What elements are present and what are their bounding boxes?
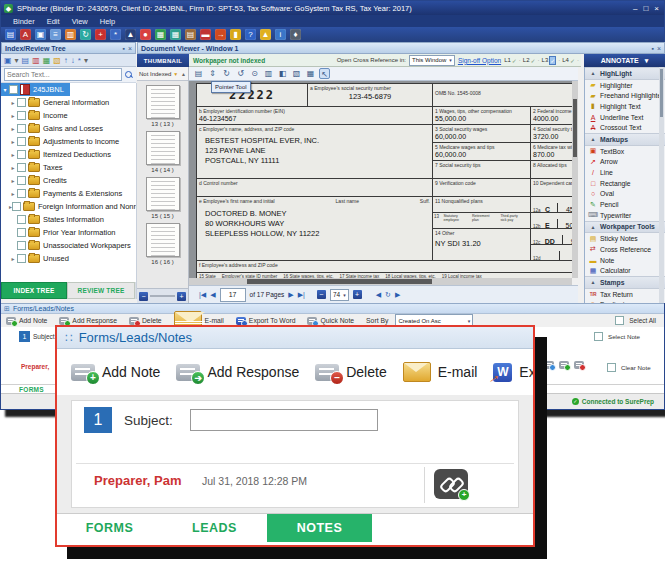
pin-icon[interactable]: ▪ bbox=[651, 45, 653, 52]
expander-icon[interactable]: ▾ bbox=[1, 86, 9, 93]
doc-toolbar-icon[interactable]: ◧ bbox=[277, 68, 288, 79]
annotate-scrollbar[interactable] bbox=[659, 67, 664, 303]
page-number-input[interactable] bbox=[220, 288, 246, 302]
zoom-in-button[interactable]: + bbox=[353, 290, 362, 299]
tree-item[interactable]: ▸ Adjustments to Income bbox=[1, 135, 136, 148]
expander-icon[interactable]: ▸ bbox=[9, 99, 17, 106]
tree-item[interactable]: ▸ Taxes bbox=[1, 161, 136, 174]
email-button[interactable]: E-mail bbox=[403, 362, 478, 382]
tree-toolbar-icon[interactable]: ▦ bbox=[43, 56, 51, 65]
crossref-select[interactable]: This Window▾ bbox=[409, 55, 455, 66]
annotate-tool[interactable]: ▲ Workpaper Tools bbox=[585, 221, 665, 234]
prev-page-icon[interactable]: ◀ bbox=[210, 291, 215, 299]
tree-item[interactable]: ▸ General Information bbox=[1, 96, 136, 109]
tree-toolbar-icon[interactable]: ↓ bbox=[71, 56, 75, 65]
expander-icon[interactable]: ▸ bbox=[9, 112, 17, 119]
expander-icon[interactable]: ▸ bbox=[9, 255, 17, 262]
annotate-tool[interactable]: ▲ Markups bbox=[585, 133, 665, 146]
menu-item[interactable]: Help bbox=[100, 17, 115, 26]
annotate-tool[interactable]: ▣ TextBox bbox=[585, 146, 665, 157]
tree-item[interactable]: ▸ Foreign Information and Nonresident bbox=[1, 200, 136, 213]
page-thumbnail[interactable] bbox=[146, 85, 180, 119]
expander-icon[interactable]: ▸ bbox=[9, 164, 17, 171]
maximize-button[interactable]: □ bbox=[643, 4, 648, 13]
annotate-tool[interactable]: ▬ Note bbox=[585, 255, 665, 266]
page-thumbnail[interactable] bbox=[146, 223, 180, 257]
toolbar-icon[interactable]: ▲ bbox=[125, 29, 136, 40]
filter-icon[interactable]: ▼ bbox=[173, 71, 178, 77]
doc-horizontal-scrollbar[interactable] bbox=[189, 278, 572, 285]
toolbar-icon[interactable]: → bbox=[215, 29, 226, 40]
notes-toolbar-button[interactable]: Export To Word bbox=[236, 317, 296, 325]
tree-item[interactable]: ▸ Gains and Losses bbox=[1, 122, 136, 135]
select-all-control[interactable]: Select All bbox=[615, 316, 656, 325]
page-thumbnail[interactable] bbox=[146, 177, 180, 211]
tree-toolbar-icon[interactable]: * bbox=[78, 56, 81, 65]
signoff-level[interactable]: L2✓· bbox=[523, 57, 540, 64]
tree-item[interactable]: Unassociated Workpapers bbox=[1, 239, 136, 252]
zoom-in-icon[interactable]: + bbox=[177, 292, 186, 301]
checkbox[interactable] bbox=[17, 163, 26, 172]
annotate-tool[interactable]: ▮ Highlight Text bbox=[585, 101, 665, 112]
tree-item[interactable]: ▸ Unused bbox=[1, 252, 136, 265]
tree-toolbar-icon[interactable]: ▣ bbox=[4, 56, 12, 65]
close-panel-icon[interactable]: × bbox=[128, 45, 132, 52]
notes-toolbar-button[interactable]: Quick Note bbox=[307, 317, 354, 325]
tree-toolbar-icon[interactable]: ▾ bbox=[84, 56, 88, 65]
tree-item[interactable]: ▸ Credits bbox=[1, 174, 136, 187]
annotate-tool[interactable]: ↗ Arrow bbox=[585, 157, 665, 168]
signoff-level[interactable]: L1✓· bbox=[504, 57, 521, 64]
zoom-out-button[interactable]: − bbox=[317, 290, 326, 299]
pin-icon[interactable]: ▪ bbox=[122, 45, 124, 52]
checkbox[interactable] bbox=[615, 316, 624, 325]
annotate-tool[interactable]: / Line bbox=[585, 167, 665, 178]
overlay-tab[interactable]: NOTES bbox=[267, 514, 372, 542]
add-response-button[interactable]: ➔ Add Response bbox=[176, 364, 299, 381]
notes-toolbar-button[interactable]: Add Note bbox=[6, 317, 47, 325]
checkbox[interactable] bbox=[17, 189, 26, 198]
toolbar-icon[interactable]: ▤ bbox=[5, 29, 16, 40]
nav-forward-icon[interactable]: ▶ bbox=[395, 291, 400, 299]
annotate-tool[interactable]: ▤ Sticky Notes bbox=[585, 233, 665, 244]
page-thumbnail[interactable] bbox=[146, 131, 180, 165]
checkbox[interactable] bbox=[17, 150, 26, 159]
checkbox[interactable] bbox=[17, 98, 26, 107]
annotate-tool[interactable]: T/R Tax Return bbox=[585, 289, 665, 300]
expander-icon[interactable]: ▸ bbox=[9, 177, 17, 184]
delete-button[interactable]: − Delete bbox=[315, 364, 386, 381]
add-note-button[interactable]: + Add Note bbox=[71, 364, 160, 381]
doc-toolbar-icon[interactable]: ▧ bbox=[291, 68, 302, 79]
first-page-icon[interactable]: |◀ bbox=[199, 291, 206, 299]
checkbox[interactable] bbox=[607, 363, 616, 372]
tree-toolbar-icon[interactable]: ▥ bbox=[32, 56, 40, 65]
thumbnail-tab[interactable]: THUMBNAIL bbox=[137, 54, 189, 67]
refresh-icon[interactable]: ↻ bbox=[385, 291, 391, 299]
doc-toolbar-icon[interactable]: ↻ bbox=[221, 68, 232, 79]
expander-icon[interactable]: ▸ bbox=[9, 138, 17, 145]
tab-review-tree[interactable]: REVIEW TREE bbox=[67, 282, 135, 299]
doc-vertical-scrollbar[interactable] bbox=[572, 81, 578, 278]
toolbar-icon[interactable]: ▥ bbox=[65, 29, 76, 40]
doc-toolbar-icon[interactable]: ▦ bbox=[305, 68, 316, 79]
checkbox[interactable] bbox=[17, 124, 26, 133]
checkbox[interactable] bbox=[12, 202, 21, 211]
checkbox[interactable] bbox=[17, 228, 26, 237]
toolbar-icon[interactable]: ? bbox=[245, 29, 256, 40]
next-page-icon[interactable]: ▶ bbox=[288, 291, 293, 299]
expander-icon[interactable]: ▸ bbox=[9, 151, 17, 158]
tree-toolbar-icon[interactable]: ↑ bbox=[64, 56, 68, 65]
toolbar-icon[interactable]: ▮ bbox=[230, 29, 241, 40]
nav-back-icon[interactable]: ◀ bbox=[376, 291, 381, 299]
doc-toolbar-icon[interactable]: ⊙ bbox=[249, 68, 260, 79]
toolbar-icon[interactable]: ♦ bbox=[290, 29, 301, 40]
annotate-tool[interactable]: ○ Oval bbox=[585, 189, 665, 200]
toolbar-icon[interactable]: * bbox=[110, 29, 121, 40]
checkbox[interactable] bbox=[17, 111, 26, 120]
annotate-tool[interactable]: A Crossout Text bbox=[585, 122, 665, 133]
expander-icon[interactable]: ▸ bbox=[9, 190, 17, 197]
menu-item[interactable]: View bbox=[72, 17, 88, 26]
annotate-tool[interactable]: ▦ Calculator bbox=[585, 265, 665, 276]
annotate-tool[interactable]: ⇄ Cross Reference bbox=[585, 244, 665, 255]
document-area[interactable]: 22222 a Employee's social security numbe… bbox=[189, 81, 572, 278]
menu-item[interactable]: Binder bbox=[13, 17, 35, 26]
